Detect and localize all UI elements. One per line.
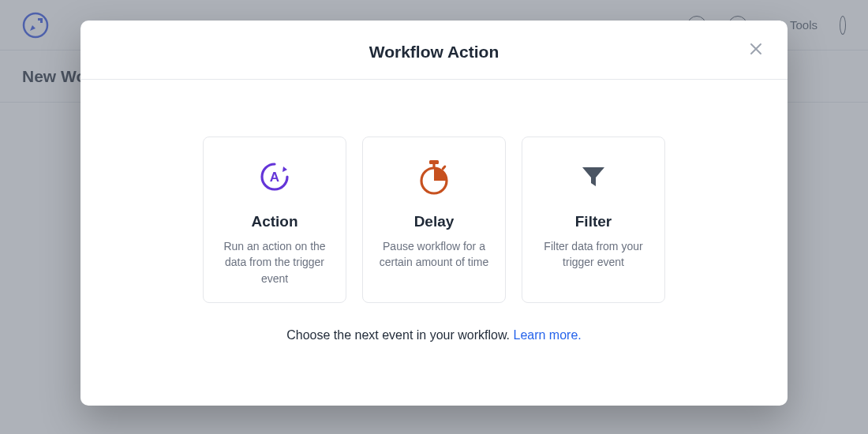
footer-text-content: Choose the next event in your workflow. bbox=[286, 328, 513, 342]
close-icon bbox=[749, 42, 763, 56]
action-icon: A bbox=[256, 158, 293, 196]
modal-footer-text: Choose the next event in your workflow. … bbox=[112, 328, 756, 342]
delay-icon bbox=[416, 158, 452, 196]
card-action-desc: Run an action on the data from the trigg… bbox=[216, 238, 333, 286]
modal-body: A Action Run an action on the data from … bbox=[80, 80, 788, 374]
modal-close-button[interactable] bbox=[745, 38, 767, 60]
card-action-title: Action bbox=[251, 213, 297, 230]
card-filter[interactable]: Filter Filter data from your trigger eve… bbox=[522, 137, 665, 303]
filter-icon bbox=[578, 158, 609, 196]
svg-rect-4 bbox=[432, 163, 435, 168]
svg-rect-5 bbox=[441, 165, 447, 170]
card-delay[interactable]: Delay Pause workflow for a certain amoun… bbox=[362, 137, 506, 303]
workflow-action-modal: Workflow Action A Action bbox=[80, 21, 788, 406]
modal-header: Workflow Action bbox=[80, 21, 788, 80]
learn-more-link[interactable]: Learn more. bbox=[514, 328, 582, 342]
action-cards-row: A Action Run an action on the data from … bbox=[112, 137, 756, 303]
card-filter-desc: Filter data from your trigger event bbox=[535, 238, 652, 271]
card-delay-desc: Pause workflow for a certain amount of t… bbox=[376, 238, 492, 271]
modal-title: Workflow Action bbox=[96, 43, 772, 62]
card-action[interactable]: A Action Run an action on the data from … bbox=[203, 137, 346, 303]
modal-overlay[interactable]: Workflow Action A Action bbox=[0, 0, 868, 434]
svg-text:A: A bbox=[270, 170, 279, 185]
card-delay-title: Delay bbox=[414, 213, 455, 230]
card-filter-title: Filter bbox=[575, 213, 612, 230]
